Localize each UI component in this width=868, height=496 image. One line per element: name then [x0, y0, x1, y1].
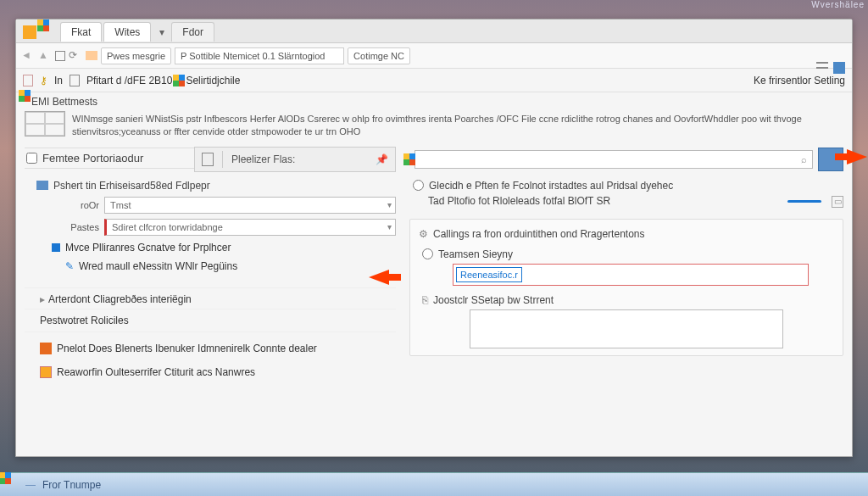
taskbar-item[interactable]: Fror Tnumpe: [42, 479, 101, 491]
card-title-row: ⚙ Callings ra fron orduintithen ond Rrag…: [419, 226, 834, 242]
orange-square-icon: [40, 343, 52, 354]
blue-square-icon: [52, 243, 60, 252]
doc-plus-icon[interactable]: [202, 153, 214, 166]
gear-icon: ⚙: [419, 228, 428, 240]
radio-row-3[interactable]: ⎘ Joostclr SSetap bw Strrent: [419, 293, 834, 308]
tab-3[interactable]: Fdor: [171, 22, 214, 42]
link-label-1: Pnelot Does Blenerts Ibenuker Idmnenirel…: [57, 343, 317, 354]
option-label-2: Wred maull eNessitn WNlr Pegüins: [79, 260, 237, 272]
forward-icon[interactable]: ▲: [38, 49, 52, 63]
divider-icon: ―: [25, 479, 36, 491]
system-caption: Wvershälee: [811, 0, 865, 9]
tool-icon: [43, 25, 57, 39]
app-window: Fkat Wites ▾ Fdor ◄ ▲ ⟳ Pwes mesgrie P S…: [15, 19, 853, 457]
search-icon: ⌕: [801, 154, 807, 164]
radio-row-2[interactable]: Teamsen Sieyny: [419, 247, 834, 262]
link-row-2[interactable]: Reaworfin Oulteserrifer Ctiturit acs Nan…: [25, 363, 396, 382]
radio-label-1: Glecidh e Pften fe Fcolnot irstadtes aul…: [429, 180, 673, 192]
option-row-1[interactable]: Mvce Plliranres Gcnatve for Prplhcer: [25, 238, 396, 257]
edit-field-frame: Reeneasifoc.r: [453, 264, 809, 286]
toolbar-right-label[interactable]: Ke frirsentlor Setling: [754, 75, 845, 86]
toolbox-label: Pleelizer Flas:: [231, 153, 295, 165]
section-label-3: Pestwotret Roliciles: [40, 315, 129, 326]
combo-label-2: Pastes: [36, 222, 99, 232]
address-seg-3[interactable]: Cotimge NC: [348, 47, 410, 64]
section-checkbox[interactable]: [26, 153, 37, 164]
left-toolbox: Pleelizer Flas: 📌: [194, 147, 396, 172]
taskbar: ― Fror Tnumpe: [0, 472, 868, 496]
notes-textarea[interactable]: [470, 309, 783, 348]
section-label-2: Arterdont Cliagrebðes interiëgin: [48, 293, 192, 305]
tab-bar: Fkat Wites ▾ Fdor: [16, 20, 852, 43]
key-icon[interactable]: ⚷: [40, 75, 47, 86]
callout-arrow-1: [369, 270, 389, 285]
blue-indicator: [787, 200, 821, 203]
radio-label-2: Teamsen Sieyny: [438, 248, 513, 260]
back-icon[interactable]: ◄: [21, 49, 35, 63]
radio-row-1[interactable]: Glecidh e Pften fe Fcolnot irstadtes aul…: [409, 178, 843, 193]
callout-arrow-2: [847, 149, 867, 164]
field-label-1: Pshert tin Erhiseisard58ed Fdlpepr: [53, 180, 210, 192]
pin-icon[interactable]: 📌: [376, 153, 388, 165]
link-label-2: Reaworfin Oulteserrifer Ctiturit acs Nan…: [57, 366, 255, 378]
right-column: ⌕ Glecidh e Pften fe Fcolnot irstadtes a…: [409, 148, 843, 382]
refresh-icon[interactable]: ⟳: [69, 49, 82, 63]
combo-1[interactable]: Tmst: [104, 197, 396, 214]
tab-1[interactable]: Fkat: [60, 22, 102, 42]
banner-body-row: WINmsge sanieri WNistSis pstr Infbescors…: [16, 111, 852, 142]
main-area: Femtee Portoriaodur Pleelizer Flas: 📌 Ps…: [16, 142, 852, 390]
settings-card: ⚙ Callings ra fron orduintithen ond Rrag…: [409, 219, 843, 356]
section-title-1: Femtee Portoriaodur: [42, 152, 143, 164]
window-tool-icons: [816, 62, 845, 74]
search-input[interactable]: ⌕: [415, 150, 813, 169]
address-bar: ◄ ▲ ⟳ Pwes mesgrie P Sottible Ntemicet 0…: [16, 43, 852, 69]
toolbar-label-3: Selirtidjchile: [186, 75, 240, 86]
card-title: Callings ra fron orduintithen ond Rrager…: [433, 228, 644, 240]
toolbar-label-1: In: [54, 75, 63, 86]
banner-title: EMI Bettmests: [31, 96, 97, 108]
folder-small-icon: [36, 181, 48, 190]
combo-label-1: roOr: [36, 200, 99, 210]
banner-body: WINmsge sanieri WNistSis pstr Infbescors…: [72, 111, 843, 139]
section-row-2[interactable]: ▸Arterdont Cliagrebðes interiëgin: [25, 287, 396, 309]
address-seg-1[interactable]: Pwes mesgrie: [101, 47, 171, 64]
page-icon[interactable]: [70, 75, 80, 86]
toolbar-label-2: Pfitart d /dFE 2B10: [86, 75, 172, 86]
link-icon: ⎘: [422, 294, 428, 306]
collapse-icon[interactable]: ▭: [832, 196, 843, 208]
folder-icon: [86, 51, 97, 60]
yellow-square-icon: [40, 366, 52, 378]
combo-row-2: Pastes Sdiret clfcron torwridabnge: [25, 216, 396, 238]
tab-dropdown[interactable]: ▾: [153, 23, 171, 42]
wand-icon: ✎: [65, 260, 74, 272]
sub-label-1: Tad Pltofio fot Rloleleads fotfal BlOfT …: [409, 193, 777, 210]
tab-2[interactable]: Wites: [103, 22, 151, 42]
app-icon: [23, 25, 36, 39]
option-label-1: Mvce Plliranres Gcnatve for Prplhcer: [65, 242, 231, 254]
link-row-1[interactable]: Pnelot Does Blenerts Ibenuker Idmnenirel…: [25, 339, 396, 358]
panel-icon[interactable]: [833, 62, 845, 74]
combo-row-1: roOr Tmst: [25, 194, 396, 216]
start-icon[interactable]: [5, 478, 19, 492]
radio-2[interactable]: [422, 248, 433, 259]
toolbar-row: ⚷ In Pfitart d /dFE 2B10 Selirtidjchile …: [16, 69, 852, 92]
banner-row: EMI Bettmests: [16, 92, 852, 111]
grid-icon[interactable]: [55, 51, 65, 61]
field-row-1: Pshert tin Erhiseisard58ed Fdlpepr: [25, 177, 396, 194]
combo-2[interactable]: Sdiret clfcron torwridabnge: [104, 219, 396, 236]
option-row-2[interactable]: ✎ Wred maull eNessitn WNlr Pegüins: [25, 257, 396, 276]
section-row-3[interactable]: Pestwotret Roliciles: [25, 309, 396, 332]
doc-icon[interactable]: [23, 75, 33, 86]
radio-label-3: Joostclr SSetap bw Strrent: [433, 294, 554, 306]
address-seg-2[interactable]: P Sottible Ntemicet 0.1 Slärntogiod: [175, 47, 344, 64]
edit-input[interactable]: Reeneasifoc.r: [456, 267, 522, 282]
radio-1[interactable]: [413, 180, 424, 191]
wireframe-icon: [25, 111, 65, 137]
menu-lines-icon[interactable]: [816, 62, 828, 69]
left-column: Femtee Portoriaodur Pleelizer Flas: 📌 Ps…: [25, 148, 396, 382]
